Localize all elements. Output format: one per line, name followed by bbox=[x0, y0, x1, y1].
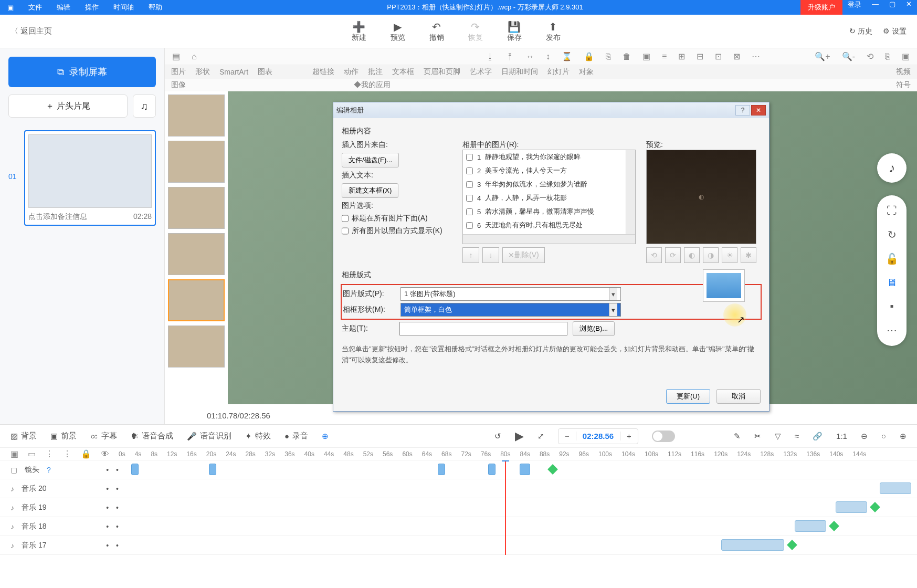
tab-subtitle[interactable]: ㏄ 字幕 bbox=[90, 431, 117, 441]
preview-button[interactable]: ▶预览 bbox=[391, 20, 405, 43]
menu-help[interactable]: 帮助 bbox=[141, 3, 170, 12]
slide-thumb[interactable] bbox=[168, 187, 225, 229]
new-button[interactable]: ➕新建 bbox=[352, 20, 366, 43]
album-list[interactable]: 1静静地观望，我为你深邃的眼眸 2美玉兮流光，佳人兮天一方 3年华匆匆似流水，尘… bbox=[462, 150, 636, 244]
music-fab[interactable]: ♪ bbox=[877, 153, 907, 183]
new-textbox-button[interactable]: 新建文本框(X) bbox=[342, 183, 398, 198]
more-icon[interactable]: ⋯ bbox=[887, 324, 897, 337]
pic-layout-combo[interactable]: 1 张图片(带标题)▾ bbox=[400, 287, 621, 301]
menu-edit[interactable]: 编辑 bbox=[49, 3, 78, 12]
close-icon[interactable]: ✕ bbox=[751, 105, 766, 116]
monitor-icon[interactable]: 🖥 bbox=[887, 277, 897, 289]
menu-file[interactable]: 文件 bbox=[21, 3, 49, 12]
login-button[interactable]: 登录 bbox=[842, 0, 867, 15]
track-lane[interactable] bbox=[129, 517, 917, 536]
lock-icon[interactable]: 🔒 bbox=[81, 449, 91, 459]
slide-thumb[interactable] bbox=[168, 94, 225, 136]
slide-thumb[interactable] bbox=[168, 141, 225, 183]
track-row: ♪音乐 17•• bbox=[0, 536, 917, 555]
slide-thumb[interactable] bbox=[168, 279, 225, 321]
upgrade-button[interactable]: 升级账户 bbox=[800, 0, 842, 15]
tab-foreground[interactable]: ▣ 前景 bbox=[50, 431, 77, 441]
zoom-in-icon[interactable]: ⊕ bbox=[900, 432, 907, 441]
time-stepper: − 02:28.56 + bbox=[558, 428, 638, 444]
eye-icon[interactable]: 👁 bbox=[101, 449, 109, 459]
rotate-icon[interactable]: ↻ bbox=[888, 228, 897, 241]
file-disk-button[interactable]: 文件/磁盘(F)... bbox=[342, 153, 399, 167]
device-icon[interactable]: ▪ bbox=[890, 300, 893, 312]
undo-button[interactable]: ↶撤销 bbox=[429, 20, 444, 43]
maximize-icon[interactable]: ▢ bbox=[884, 0, 901, 15]
play-icon[interactable]: ▶ bbox=[515, 429, 524, 443]
back-home[interactable]: 〈 返回主页 bbox=[0, 26, 62, 36]
time-minus[interactable]: − bbox=[558, 432, 576, 440]
tab-effects[interactable]: ✦ 特效 bbox=[245, 431, 271, 441]
link-icon[interactable]: 🔗 bbox=[813, 432, 823, 441]
unlock-icon[interactable]: 🔓 bbox=[886, 253, 899, 265]
ratio-icon[interactable]: 1:1 bbox=[836, 432, 847, 440]
menu-timeline[interactable]: 时间轴 bbox=[106, 3, 141, 12]
time-value: 02:28.56 bbox=[576, 432, 620, 440]
close-icon[interactable]: ✕ bbox=[901, 0, 917, 15]
filter-icon[interactable]: ▽ bbox=[775, 432, 781, 441]
tab-tts[interactable]: 🗣 语音合成 bbox=[131, 431, 173, 441]
zoom-out-icon[interactable]: 🔍- bbox=[842, 51, 855, 61]
fullscreen-icon[interactable]: ⛶ bbox=[887, 205, 897, 217]
publish-button[interactable]: ⬆发布 bbox=[546, 20, 561, 43]
clip-card[interactable]: 点击添加备注信息 02:28 bbox=[24, 130, 156, 226]
minimize-icon[interactable]: — bbox=[867, 0, 884, 15]
bw-checkbox[interactable]: 所有图片以黑白方式显示(K) bbox=[342, 226, 452, 236]
caption-checkbox[interactable]: 标题在所有图片下面(A) bbox=[342, 214, 452, 223]
slide-thumb[interactable] bbox=[168, 326, 225, 368]
adjust-icon[interactable]: ≈ bbox=[795, 432, 799, 440]
track-lane[interactable] bbox=[129, 536, 917, 554]
tool-icon[interactable]: ▤ bbox=[172, 51, 180, 61]
folder-icon[interactable]: ▭ bbox=[28, 449, 36, 459]
save-button[interactable]: 💾保存 bbox=[507, 20, 522, 43]
add-track-icon[interactable]: ▣ bbox=[10, 449, 18, 459]
head-tail-button[interactable]: ＋ 片头片尾 bbox=[8, 94, 128, 118]
home-icon[interactable]: ⌂ bbox=[192, 52, 197, 61]
theme-input[interactable] bbox=[399, 322, 567, 335]
time-plus[interactable]: + bbox=[620, 432, 638, 440]
preview-pane: ◐ bbox=[646, 150, 756, 244]
edit-icon[interactable]: ✎ bbox=[734, 432, 741, 441]
track-row: ♪音乐 18•• bbox=[0, 517, 917, 536]
brightness-down-button: ✱ bbox=[741, 247, 756, 263]
split-icon[interactable]: ✂ bbox=[754, 432, 761, 441]
music-icon: ♪ bbox=[10, 485, 14, 493]
track-lane[interactable] bbox=[129, 479, 917, 498]
tab-background[interactable]: ▨ 背景 bbox=[10, 431, 37, 441]
cancel-button[interactable]: 取消 bbox=[716, 389, 761, 404]
update-button[interactable]: 更新(U) bbox=[666, 389, 710, 404]
scrollbar-horizontal[interactable] bbox=[463, 234, 635, 244]
replay-icon[interactable]: ↺ bbox=[494, 432, 501, 441]
help-icon[interactable]: ? bbox=[735, 105, 750, 116]
help-icon[interactable]: ? bbox=[47, 466, 51, 474]
toggle-switch[interactable] bbox=[652, 430, 675, 442]
menu-action[interactable]: 操作 bbox=[78, 3, 106, 12]
music-button[interactable]: ♫ bbox=[133, 94, 156, 118]
my-apps[interactable]: ◆我的应用 bbox=[354, 80, 391, 90]
history-button[interactable]: ↻ 历史 bbox=[849, 27, 872, 36]
music-icon: ♪ bbox=[889, 161, 895, 175]
tab-asr[interactable]: 🎤 语音识别 bbox=[187, 431, 231, 441]
zoom-slider[interactable]: ○ bbox=[881, 432, 886, 440]
slide-thumb[interactable] bbox=[168, 233, 225, 275]
save-icon: 💾 bbox=[508, 20, 521, 33]
more-icon[interactable]: ⊕ bbox=[322, 432, 329, 441]
zoom-out-icon[interactable]: ⊖ bbox=[861, 432, 868, 441]
expand-icon[interactable]: ⤢ bbox=[537, 432, 544, 441]
scrollbar-vertical[interactable] bbox=[626, 150, 635, 234]
time-ruler[interactable]: 0s4s8s12s16s20s24s28s32s36s40s44s48s52s5… bbox=[119, 450, 907, 458]
zoom-in-icon[interactable]: 🔍+ bbox=[815, 51, 830, 61]
track-lane[interactable] bbox=[129, 460, 917, 479]
frame-shape-combo[interactable]: 简单框架，白色▾ bbox=[400, 303, 621, 317]
tab-record-audio[interactable]: ● 录音 bbox=[284, 431, 308, 441]
record-screen-button[interactable]: ⧉录制屏幕 bbox=[8, 57, 156, 87]
slide-list[interactable] bbox=[165, 91, 228, 404]
settings-button[interactable]: ⚙ 设置 bbox=[883, 27, 907, 36]
clip-note[interactable]: 点击添加备注信息 bbox=[28, 212, 87, 222]
browse-button[interactable]: 浏览(B)... bbox=[573, 321, 615, 336]
track-lane[interactable] bbox=[129, 498, 917, 517]
